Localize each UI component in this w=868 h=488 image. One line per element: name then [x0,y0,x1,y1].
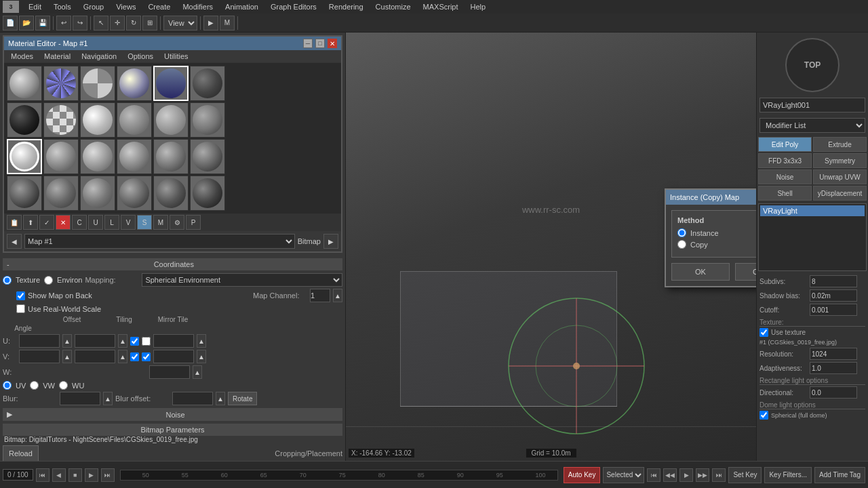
mat-get-material[interactable]: 📋 [7,215,22,230]
mat-sample-23[interactable] [153,176,189,211]
mat-sample-12[interactable] [190,102,225,138]
play-btn[interactable]: ▶ [679,468,693,482]
set-key-btn[interactable]: Set Key [728,467,762,483]
reload-btn[interactable]: Reload [3,445,39,462]
adaptiveness-input[interactable] [810,362,857,374]
toolbar-rotate[interactable]: ↻ [126,16,141,30]
timeline-track[interactable]: 50 55 60 65 70 75 80 85 90 95 100 [120,470,558,481]
shadow-bias-input[interactable] [810,289,857,302]
toolbar-undo[interactable]: ↩ [56,16,71,30]
keyframe-next[interactable]: ⏭ [101,468,115,482]
menu-tools[interactable]: Tools [48,1,77,12]
next-key-btn[interactable]: ▶▶ [696,468,709,482]
v-angle-up[interactable]: ▲ [197,350,206,363]
map-nav-back[interactable]: ◀ [7,234,22,249]
u-tile-checkbox[interactable] [130,337,139,346]
wu-radio[interactable] [59,381,68,390]
menu-animation[interactable]: Animation [220,1,264,12]
show-map-checkbox[interactable] [16,291,25,300]
menu-maxscript[interactable]: MAXScript [418,1,464,12]
map-channel-input[interactable] [310,289,330,302]
view-select[interactable]: View [163,16,197,30]
mat-sample-7[interactable] [7,102,42,138]
w-angle-input[interactable]: 0.0 [149,365,190,379]
mat-menu-modes[interactable]: Modes [7,52,37,61]
toolbar-save[interactable]: 💾 [35,16,50,30]
viewport-area[interactable]: [ + ] [Top] Shaded + Edg... www.rr-sc.co… [346,33,756,474]
map-channel-up[interactable]: ▲ [333,289,342,302]
toolbar-new[interactable]: 📄 [3,16,18,30]
mat-sample-6[interactable] [190,66,225,101]
mat-sample-5[interactable] [153,66,189,101]
mat-sample-24[interactable] [190,176,225,211]
mat-sample-10[interactable] [117,102,152,138]
mat-menu-navigation[interactable]: Navigation [77,52,121,61]
rotate-btn[interactable]: Rotate [228,392,257,405]
coordinates-header[interactable]: - Coordinates [3,258,342,270]
add-time-tag-btn[interactable]: Add Time Tag [814,467,865,483]
prev-frame-btn[interactable]: ⏮ [647,468,660,482]
mat-sample-18[interactable] [190,139,225,174]
mat-sample-11[interactable] [153,102,189,138]
toolbar-scale[interactable]: ⊞ [142,16,157,30]
mat-sample-15[interactable] [80,139,115,174]
blur-offset-input[interactable]: 0.0 [172,392,213,405]
w-angle-up[interactable]: ▲ [193,365,202,379]
copy-radio[interactable] [677,240,686,249]
v-offset-up[interactable]: ▲ [62,350,72,363]
bitmap-params-section[interactable]: Bitmap Parameters [3,424,342,436]
mat-sample-8[interactable] [43,102,79,138]
u-offset-input[interactable]: 0.2 [19,334,60,348]
use-texture-checkbox[interactable] [760,328,768,337]
toolbar-open[interactable]: 📂 [19,16,34,30]
mat-show-shaded[interactable]: S [137,215,152,230]
mapping-select[interactable]: Spherical Environment [142,273,342,287]
toolbar-mat-editor[interactable]: M [220,16,235,30]
next-frame-btn[interactable]: ⏭ [712,468,726,482]
texture-radio[interactable] [3,276,12,285]
mat-sample-2[interactable] [43,66,79,101]
u-mirror-checkbox[interactable] [142,337,151,346]
mat-sample-3[interactable] [80,66,115,101]
instance-radio[interactable] [677,228,686,237]
ydisplacement-btn[interactable]: yDisplacement [813,186,867,201]
resolution-input[interactable] [810,348,857,360]
mat-assign[interactable]: ✓ [39,215,54,230]
menu-customize[interactable]: Customize [370,1,416,12]
noise-section[interactable]: ▶ Noise [3,408,342,421]
toolbar-select[interactable]: ↖ [94,16,108,30]
unwrap-uvw-btn[interactable]: Unwrap UVW [813,169,867,184]
auto-key-btn[interactable]: Auto Key [564,467,601,483]
modifier-list-select[interactable]: Modifier List [760,118,865,133]
mat-sample-13[interactable] [7,139,42,174]
mat-sample-21[interactable] [80,176,115,211]
mat-sample-4[interactable] [117,66,152,101]
mat-sample-20[interactable] [43,176,79,211]
map-name-select[interactable]: Map #1 [24,234,295,249]
menu-group[interactable]: Group [78,1,110,12]
mat-sample-14[interactable] [43,139,79,174]
shell-btn[interactable]: Shell [758,186,812,201]
ffd3x3-btn[interactable]: FFD 3x3x3 [758,153,812,168]
v-offset-input[interactable]: 0.0 [19,350,60,363]
mat-sample-1[interactable] [7,66,42,101]
mat-copy[interactable]: C [72,215,87,230]
ok-btn[interactable]: OK [671,263,730,281]
mat-sample-17[interactable] [153,139,189,174]
mat-put-standard[interactable]: ⬆ [23,215,38,230]
uv-radio[interactable] [3,381,12,390]
menu-rendering[interactable]: Rendering [323,1,369,12]
mat-unique[interactable]: U [88,215,103,230]
cancel-btn[interactable]: Cancel [735,263,756,281]
mat-reset[interactable]: ✕ [56,215,71,230]
menu-edit[interactable]: Edit [23,1,47,12]
mat-sample-16[interactable] [117,139,152,174]
cutoff-input[interactable] [810,304,857,316]
mat-menu-material[interactable]: Material [40,52,75,61]
key-filters-btn[interactable]: Key Filters... [764,467,812,483]
close-btn[interactable]: ✕ [328,39,337,48]
play-back[interactable]: ◀ [52,468,66,482]
prev-key-btn[interactable]: ◀◀ [663,468,677,482]
extrude-btn[interactable]: Extrude [813,137,867,152]
directional-input[interactable] [810,386,857,399]
